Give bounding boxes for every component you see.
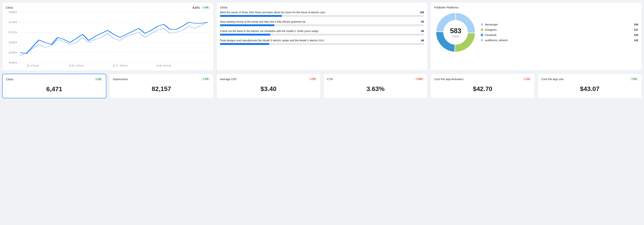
card-header: Publisher Platforms — [434, 6, 638, 9]
stat-value: 3.63% — [327, 85, 424, 92]
caret-icon — [416, 78, 418, 80]
legend-item: Facebook 145 — [481, 32, 638, 38]
bar-fill — [220, 43, 269, 45]
bar-fill — [220, 24, 274, 26]
stat-value: 82,157 — [113, 85, 210, 92]
caret-up-icon — [203, 7, 204, 8]
publisher-platforms-card: Publisher Platforms 583 Clicks Messenger… — [430, 2, 642, 71]
svg-text:24 Oct: 24 Oct — [156, 64, 171, 67]
stat-value: $42.70 — [434, 85, 531, 92]
card-title: Publisher Platforms — [434, 6, 458, 9]
bar-label: Tesla designs and manufactures the Model… — [220, 39, 324, 42]
card-title: Clicks — [220, 6, 228, 9]
donut-center-value: 583 — [450, 27, 461, 35]
stat-title: CTR — [327, 78, 333, 81]
clicks-total: 6,471 — [193, 6, 200, 9]
caret-icon — [203, 78, 204, 80]
bar-track — [220, 34, 424, 36]
legend-item: auddience_network 142 — [481, 38, 638, 43]
donut-center-label: Clicks — [452, 35, 459, 38]
donut-chart: 583 Clicks — [434, 11, 477, 54]
stat-value: $43.07 — [541, 85, 638, 92]
legend-value: 145 — [634, 34, 638, 36]
svg-text:260: 260 — [8, 11, 17, 13]
caret-icon — [524, 78, 526, 80]
change-badge: 24% — [414, 77, 424, 81]
stat-card[interactable]: Clicks 3% 6,471 — [2, 74, 106, 98]
legend-item: Messenger 149 — [481, 22, 638, 27]
stat-card[interactable]: Cost Per App Activation 1% $42.70 — [430, 74, 534, 98]
bar-value: 95 — [421, 20, 424, 23]
legend-swatch — [481, 29, 483, 31]
stat-title: Cost Per App Use — [541, 78, 564, 81]
caret-icon — [632, 78, 633, 80]
bar-fill — [220, 15, 282, 17]
bar-item: Stop wasting money at the pump and step … — [220, 20, 424, 26]
change-value: 1% — [526, 78, 530, 80]
stat-card[interactable]: CTR 24% 3.63% — [324, 74, 428, 98]
legend-label: Messenger — [485, 23, 498, 26]
clicks-line-chart-card: Clicks 6,471 3% 1601802002202402603 Oct1… — [2, 2, 214, 71]
change-badge: 1% — [523, 77, 531, 81]
legend-value: 142 — [634, 39, 638, 42]
change-badge: 3% — [202, 6, 210, 9]
bar-track — [220, 15, 424, 17]
legend-swatch — [481, 34, 483, 36]
dashboard-grid: Clicks 6,471 3% 1601802002202402603 Oct1… — [2, 2, 642, 98]
change-badge: 2% — [309, 77, 317, 81]
legend-item: Instagram 147 — [481, 27, 638, 32]
bar-label: Stop wasting money at the pump and step … — [220, 20, 306, 23]
donut-center: 583 Clicks — [434, 11, 477, 54]
card-header: Clicks — [220, 6, 424, 9]
legend-value: 147 — [634, 28, 638, 31]
bar-label: Check out the latest in the electric car… — [220, 30, 319, 32]
clicks-ads-card: Clicks Meet the owner of Tesla, Elon Mus… — [216, 2, 428, 71]
line-chart: 1601802002202402603 Oct10 Oct17 Oct24 Oc… — [6, 11, 210, 67]
stat-card[interactable]: Average CPC 2% $3.40 — [216, 74, 320, 98]
change-value: 2% — [205, 78, 208, 80]
bar-item: Meet the owner of Tesla, Elon Musk and l… — [220, 11, 424, 17]
stat-title: Average CPC — [220, 78, 237, 81]
stat-card[interactable]: Cost Per App Use 4% $43.07 — [538, 74, 642, 98]
bar-value: 108 — [420, 11, 424, 14]
change-value: 3% — [98, 78, 101, 80]
legend-label: Facebook — [485, 34, 496, 36]
bars-list: Meet the owner of Tesla, Elon Musk and l… — [220, 11, 424, 45]
bar-fill — [220, 34, 270, 36]
change-value: 4% — [634, 78, 637, 80]
bar-label: Meet the owner of Tesla, Elon Musk and l… — [220, 11, 326, 14]
stat-title: Clicks — [6, 78, 14, 81]
svg-text:3 Oct: 3 Oct — [26, 64, 39, 67]
change-badge: 4% — [630, 77, 638, 81]
svg-text:10 Oct: 10 Oct — [69, 64, 84, 67]
svg-text:220: 220 — [8, 31, 17, 34]
bar-track — [220, 43, 424, 45]
legend-label: auddience_network — [485, 39, 508, 42]
change-badge: 2% — [202, 77, 210, 81]
svg-text:240: 240 — [8, 21, 17, 24]
svg-text:17 Oct: 17 Oct — [112, 64, 128, 67]
bar-value: 88 — [421, 30, 424, 32]
legend-value: 149 — [634, 23, 638, 26]
svg-text:200: 200 — [8, 41, 17, 44]
caret-icon — [310, 78, 312, 80]
change-value: 2% — [312, 78, 316, 80]
svg-text:160: 160 — [8, 62, 17, 64]
donut-legend: Messenger 149 Instagram 147 Facebook 145… — [481, 22, 638, 43]
stat-card[interactable]: Impressions 2% 82,157 — [109, 74, 213, 98]
change-value: 3% — [205, 6, 208, 9]
change-badge: 3% — [94, 78, 102, 81]
bar-value: 86 — [421, 39, 424, 42]
legend-swatch — [481, 24, 483, 26]
change-value: 24% — [418, 78, 422, 80]
card-title: Clicks — [6, 6, 13, 9]
legend-label: Instagram — [485, 28, 496, 31]
stat-value: $3.40 — [220, 85, 317, 92]
bar-item: Check out the latest in the electric car… — [220, 30, 424, 36]
stat-value: 6,471 — [6, 85, 102, 93]
donut-layout: 583 Clicks Messenger 149 Instagram 147 F… — [434, 11, 638, 54]
legend-swatch — [481, 39, 483, 41]
card-header: Clicks 6,471 3% — [6, 6, 210, 9]
bar-item: Tesla designs and manufactures the Model… — [220, 39, 424, 45]
svg-text:180: 180 — [8, 51, 17, 54]
